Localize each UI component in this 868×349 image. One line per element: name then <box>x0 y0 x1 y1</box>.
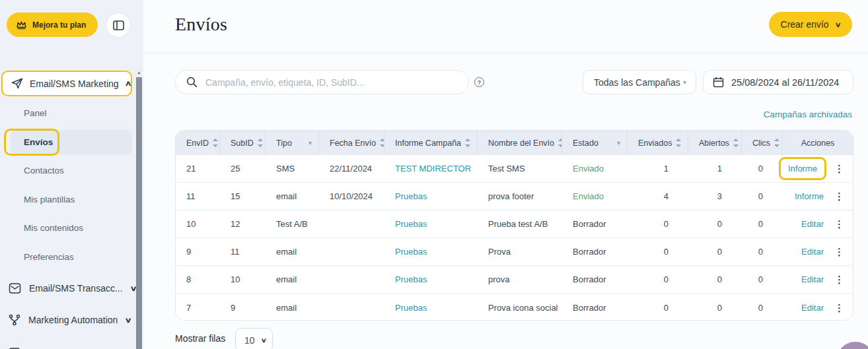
column-header-acciones[interactable]: Acciones <box>783 131 853 155</box>
table-row: 2125SMS22/11/2024TEST MDIRECTORTest SMSE… <box>176 155 853 183</box>
sidebar: Mejora tu plan Email/SMS Marketing ∧ Pan… <box>0 0 143 349</box>
page-title: Envíos <box>175 14 227 35</box>
cell-env-id: 8 <box>176 266 220 293</box>
row-menu-kebab-icon[interactable]: ⋮ <box>834 247 844 257</box>
cell-acciones: Editar⋮ <box>783 210 853 238</box>
sidebar-section-partial[interactable] <box>0 342 132 349</box>
filter-caret-icon[interactable]: ▾ <box>617 139 620 146</box>
sidebar-item-label: Preferencias <box>24 252 74 262</box>
row-menu-kebab-icon[interactable]: ⋮ <box>834 274 844 284</box>
scrollbar-thumb[interactable] <box>136 77 142 349</box>
cell-campana: Pruebas <box>384 210 478 238</box>
search-input[interactable] <box>205 77 458 88</box>
column-label: Enviados <box>638 139 672 148</box>
table-row: 911emailPruebasProvaBorrador000Editar⋮ <box>176 238 853 266</box>
sidebar-item-panel[interactable]: Panel <box>0 99 132 128</box>
campaign-report-link[interactable]: Pruebas <box>395 219 427 229</box>
action-link[interactable]: Editar <box>801 219 824 229</box>
upgrade-plan-button[interactable]: Mejora tu plan <box>7 13 98 37</box>
column-header-clics[interactable]: Clics <box>742 131 783 155</box>
sort-icon[interactable] <box>465 139 471 147</box>
table-row: 1115email10/10/2024Pruebasprova footerEn… <box>176 183 853 210</box>
cell-abiertos: 3 <box>688 183 742 210</box>
campaign-report-link[interactable]: Pruebas <box>395 274 427 284</box>
column-header-fecha-env-o[interactable]: Fecha Envío <box>319 131 384 155</box>
chat-bubble-button[interactable] <box>836 342 868 349</box>
cell-acciones: Editar⋮ <box>783 238 853 265</box>
header-divider <box>143 53 868 53</box>
sort-icon[interactable] <box>676 139 682 147</box>
date-range-value: 25/08/2024 al 26/11/2024 <box>731 77 839 88</box>
sidebar-item-envíos[interactable]: Envíos <box>0 128 132 157</box>
column-header-envid[interactable]: EnvID <box>176 131 220 155</box>
cell-sub-id: 9 <box>220 294 266 321</box>
envios-table: EnvIDSubIDTipo▾Fecha EnvíoInforme Campañ… <box>175 130 853 321</box>
sort-icon[interactable] <box>258 139 264 147</box>
column-header-abiertos[interactable]: Abiertos <box>688 131 742 155</box>
sidebar-collapse-button[interactable] <box>106 13 131 38</box>
sidebar-item-preferencias[interactable]: Preferencias <box>0 243 132 272</box>
campaign-report-link[interactable]: Pruebas <box>395 303 427 313</box>
cell-campana: Pruebas <box>384 294 478 321</box>
cell-fecha <box>319 266 384 293</box>
cell-fecha <box>319 294 384 321</box>
campaign-report-link[interactable]: Pruebas <box>395 191 427 201</box>
sidebar-item-contactos[interactable]: Contactos <box>0 156 132 185</box>
cell-env-id: 21 <box>176 155 220 182</box>
cell-clics: 0 <box>742 155 783 182</box>
campaign-report-link[interactable]: TEST MDIRECTOR <box>395 164 471 174</box>
cell-estado: Borrador <box>562 266 628 293</box>
row-menu-kebab-icon[interactable]: ⋮ <box>834 219 844 229</box>
column-header-estado[interactable]: Estado▾ <box>562 131 628 155</box>
cell-tipo: email <box>266 266 319 293</box>
campaign-report-link[interactable]: Pruebas <box>395 247 427 257</box>
filter-caret-icon[interactable]: ▾ <box>308 139 312 146</box>
action-link[interactable]: Informe <box>788 164 817 174</box>
sort-icon[interactable] <box>213 139 219 147</box>
sidebar-section-email-sms-marketing[interactable]: Email/SMS Marketing ∧ <box>1 71 132 96</box>
cell-tipo: email <box>266 183 319 210</box>
table-body: 2125SMS22/11/2024TEST MDIRECTORTest SMSE… <box>176 155 853 321</box>
cell-acciones: Editar⋮ <box>783 294 853 321</box>
action-link[interactable]: Editar <box>801 247 824 257</box>
date-range-picker[interactable]: 25/08/2024 al 26/11/2024 <box>703 70 853 94</box>
sort-icon[interactable] <box>380 139 384 147</box>
create-envio-button[interactable]: Crear envío ∨ <box>769 12 852 37</box>
sidebar-section-automation[interactable]: Marketing Automation ∨ <box>0 309 132 331</box>
column-header-subid[interactable]: SubID <box>220 131 266 155</box>
section-label: Email/SMS Transacc... <box>29 283 123 294</box>
column-header-informe-campa-a[interactable]: Informe Campaña <box>384 131 478 155</box>
row-menu-kebab-icon[interactable]: ⋮ <box>834 191 844 201</box>
sort-icon[interactable] <box>774 139 780 147</box>
row-menu-kebab-icon[interactable]: ⋮ <box>834 303 844 313</box>
cell-acciones: Informe⋮ <box>783 183 853 210</box>
sidebar-item-mis-contenidos[interactable]: Mis contenidos <box>0 214 132 243</box>
sidebar-section-transactional[interactable]: Email/SMS Transacc... ∨ <box>0 277 132 300</box>
column-header-enviados[interactable]: Enviados <box>628 131 688 155</box>
sidebar-item-label: Mis plantillas <box>24 195 75 205</box>
campaign-filter-select[interactable]: Todas las Campañas ▾ <box>583 70 696 94</box>
action-link[interactable]: Editar <box>801 274 824 284</box>
cell-acciones: Informe⋮ <box>783 155 853 182</box>
action-link[interactable]: Informe <box>795 191 824 201</box>
column-header-nombre-del-env-o[interactable]: Nombre del Envío <box>478 131 562 155</box>
column-header-tipo[interactable]: Tipo▾ <box>266 131 319 155</box>
campaign-filter-value: Todas las Campañas <box>594 77 680 88</box>
rows-per-page-select[interactable]: 10 ∨ <box>235 328 273 349</box>
row-menu-kebab-icon[interactable]: ⋮ <box>834 164 844 174</box>
chevron-down-icon: ∨ <box>125 316 132 325</box>
sidebar-scrollbar[interactable]: ▲ <box>136 69 142 349</box>
sidebar-item-mis-plantillas[interactable]: Mis plantillas <box>0 185 132 214</box>
cell-fecha: 22/11/2024 <box>319 155 384 182</box>
cell-estado: Enviado <box>562 155 628 182</box>
help-icon[interactable]: ? <box>474 77 484 87</box>
cell-campana: Pruebas <box>384 266 478 293</box>
cell-estado: Borrador <box>562 238 628 265</box>
sort-icon[interactable] <box>733 139 739 147</box>
cell-abiertos: 0 <box>688 266 742 293</box>
column-label: SubID <box>231 139 254 148</box>
action-link[interactable]: Editar <box>801 303 824 313</box>
search-box <box>175 70 469 94</box>
column-label: Nombre del Envío <box>488 139 554 148</box>
archived-campaigns-link[interactable]: Campañas archivadas <box>764 110 852 119</box>
